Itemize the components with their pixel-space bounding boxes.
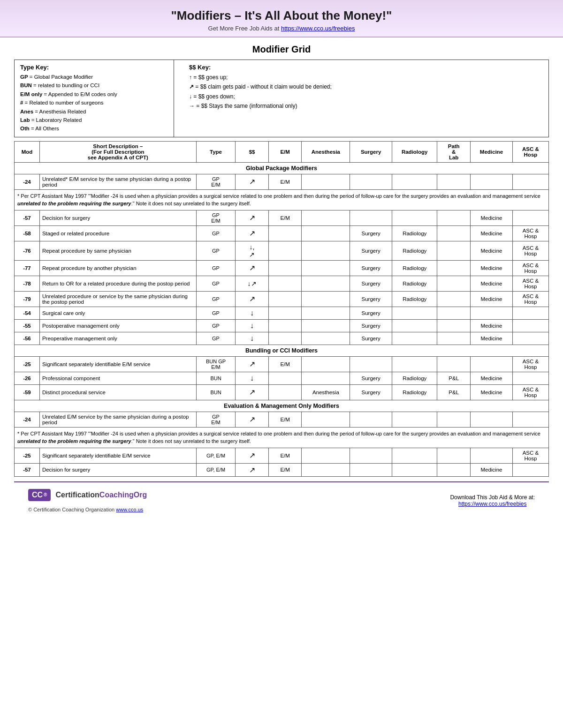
grid-title: Modifier Grid xyxy=(14,44,549,55)
table-row: -24 Unrelated* E/M service by the same p… xyxy=(15,174,549,189)
header-title: "Modifiers – It's All About the Money!" xyxy=(9,8,554,23)
header-subtitle: Get More Free Job Aids at https://www.cc… xyxy=(9,25,554,32)
section-header-global: Global Package Modifiers xyxy=(15,162,549,174)
subtitle-text: Get More Free Job Aids at xyxy=(208,25,280,32)
col-desc: Short Description –(For Full Description… xyxy=(39,141,196,162)
org-name: CertificationCoachingOrg xyxy=(55,491,147,499)
col-med: Medicine xyxy=(471,141,513,162)
table-row: -25 Significant separately identifiable … xyxy=(15,356,549,372)
type-key-title: Type Key: xyxy=(20,64,168,71)
footer-download-text: Download This Job Aid & More at: xyxy=(450,494,535,501)
table-row: -59 Distinct procedural service BUN ↗ An… xyxy=(15,384,549,400)
section-header-bundling: Bundling or CCI Modifiers xyxy=(15,345,549,356)
footer: CC® CertificationCoachingOrg © Certifica… xyxy=(14,481,549,519)
col-surg: Surgery xyxy=(350,141,392,162)
dollar-key-title: $$ Key: xyxy=(189,64,543,71)
section-header-em: Evaluation & Management Only Modifiers xyxy=(15,400,549,412)
table-row: -56 Preoperative management only GP ↓ Su… xyxy=(15,332,549,345)
footer-left: CC® CertificationCoachingOrg © Certifica… xyxy=(28,489,147,512)
col-mod: Mod xyxy=(15,141,40,162)
col-em: E/M xyxy=(268,141,302,162)
table-row: -78 Return to OR for a related procedure… xyxy=(15,276,549,291)
footer-freebies-link[interactable]: https://www.cco.us/freebies xyxy=(458,501,526,507)
dollar-key: $$ Key: ↑ = $$ goes up; ↗ = $$ claim get… xyxy=(183,60,548,137)
table-row: -24 Unrelated E/M service by the same ph… xyxy=(15,412,549,427)
type-key: Type Key: GP = Global Package Modifier B… xyxy=(15,60,174,137)
note-row-24: * Per CPT Assistant May 1997 '"Modifier … xyxy=(15,189,549,210)
col-ss: $$ xyxy=(236,141,269,162)
col-rad: Radiology xyxy=(392,141,437,162)
cco-logo: CC® xyxy=(28,489,51,501)
footer-right: Download This Job Aid & More at: https:/… xyxy=(450,494,535,507)
col-type: Type xyxy=(196,141,235,162)
footer-copyright: © Certification Coaching Organization ww… xyxy=(28,507,143,512)
table-row: -54 Surgical care only GP ↓ Surgery xyxy=(15,307,549,319)
table-row: -55 Postoperative management only GP ↓ S… xyxy=(15,319,549,332)
table-row: -25 Significant separately identifiable … xyxy=(15,448,549,463)
modifier-grid-table: Mod Short Description –(For Full Descrip… xyxy=(14,141,549,477)
col-path: Path&Lab xyxy=(437,141,471,162)
col-anes: Anesthesia xyxy=(302,141,350,162)
table-row: -57 Decision for surgery GPE/M ↗ E/M Med… xyxy=(15,210,549,225)
table-row: -26 Professional component BUN ↓ Surgery… xyxy=(15,372,549,384)
table-row: -58 Staged or related procedure GP ↗ Sur… xyxy=(15,225,549,241)
header-link[interactable]: https://www.cco.us/freebies xyxy=(281,25,355,32)
table-row: -76 Repeat procedure by same physician G… xyxy=(15,241,549,260)
table-row: -77 Repeat procedure by another physicia… xyxy=(15,260,549,276)
note-row-24b: * Per CPT Assistant May 1997 '"Modifier … xyxy=(15,427,549,448)
table-row: -79 Unrelated procedure or service by th… xyxy=(15,291,549,307)
footer-cco-link[interactable]: www.cco.us xyxy=(116,507,143,512)
header-banner: "Modifiers – It's All About the Money!" … xyxy=(0,0,563,38)
table-row: -57 Decision for surgery GP, E/M ↗ E/M M… xyxy=(15,463,549,476)
col-asc: ASC &Hosp xyxy=(512,141,548,162)
key-section: Type Key: GP = Global Package Modifier B… xyxy=(14,60,549,137)
